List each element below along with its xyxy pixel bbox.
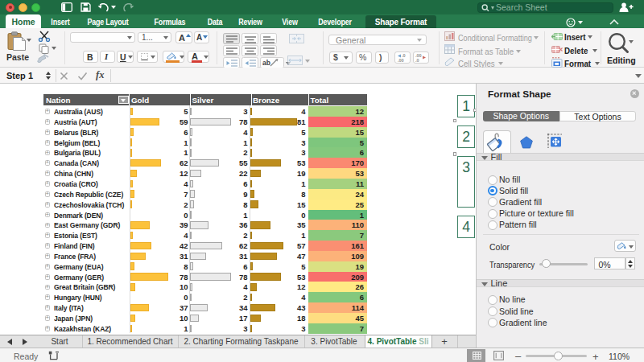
- svg-text:.0: .0: [415, 58, 419, 63]
- svg-text:.00: .00: [398, 58, 404, 63]
